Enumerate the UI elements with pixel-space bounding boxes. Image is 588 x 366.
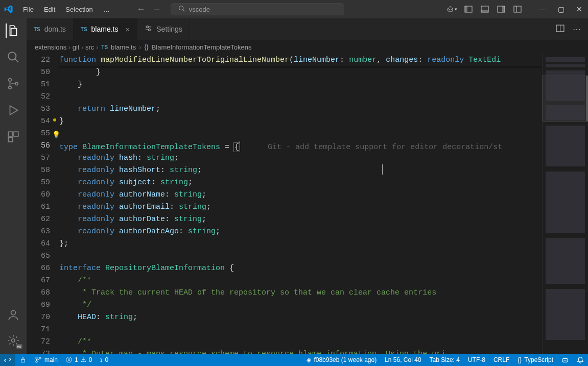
eol[interactable]: CRLF <box>489 354 513 366</box>
code-line[interactable]: readonly hash: string; <box>59 152 542 164</box>
line-number[interactable]: 72 <box>27 336 50 348</box>
line-number[interactable]: 62 <box>27 213 50 226</box>
line-number[interactable]: 73 <box>27 348 50 354</box>
code-line[interactable]: * Outer map - maps resource scheme to re… <box>59 348 542 354</box>
line-number[interactable]: 64 <box>27 238 50 250</box>
minimize-icon[interactable]: — <box>538 5 547 13</box>
line-number[interactable]: 22 <box>27 54 50 66</box>
vscode-logo-icon <box>4 5 13 14</box>
line-number[interactable]: 56 <box>27 140 50 152</box>
line-number[interactable]: 61 <box>27 201 50 213</box>
more-actions-icon[interactable]: ⋯ <box>573 25 581 34</box>
line-number[interactable]: 71 <box>27 324 50 336</box>
line-number[interactable]: 51 <box>27 79 50 91</box>
layout-customize-icon[interactable] <box>512 4 523 14</box>
breadcrumb-symbol[interactable]: BlameInformationTemplateTokens <box>152 43 252 51</box>
menu-more[interactable]: … <box>99 4 114 15</box>
run-debug-icon[interactable] <box>6 103 20 117</box>
code-line[interactable]: return lineNumber; <box>59 103 542 115</box>
layout-panel-icon[interactable] <box>480 4 490 14</box>
breadcrumb-part[interactable]: git <box>73 43 80 51</box>
code-line[interactable]: /** <box>59 275 542 287</box>
line-number[interactable]: 60 <box>27 189 50 201</box>
nav-back-icon[interactable]: ← <box>137 4 146 14</box>
code-line[interactable]: * Track the current HEAD of the reposito… <box>59 287 542 299</box>
code-line[interactable]: interface RepositoryBlameInformation { <box>59 262 542 275</box>
copilot-status-icon[interactable] <box>557 354 573 366</box>
line-number[interactable]: 55💡 <box>27 128 50 140</box>
remote-indicator-icon[interactable] <box>0 354 15 366</box>
settings-gear-icon[interactable] <box>6 333 20 348</box>
code-line[interactable]: HEAD: string; <box>59 311 542 324</box>
notifications-icon[interactable] <box>573 354 588 366</box>
code-line[interactable]: } <box>59 115 542 128</box>
close-icon[interactable]: ✕ <box>575 5 584 13</box>
tab-dom-ts[interactable]: TSdom.ts <box>27 18 74 40</box>
line-number[interactable]: 50 <box>27 66 50 79</box>
code-line[interactable]: readonly authorEmail: string; <box>59 201 542 213</box>
line-number[interactable]: 53 <box>27 103 50 115</box>
line-number[interactable]: 66 <box>27 262 50 275</box>
command-center-search[interactable]: vscode <box>171 3 344 15</box>
source-control-icon[interactable] <box>6 77 20 91</box>
line-number[interactable]: 70 <box>27 311 50 324</box>
layout-sidebar-left-icon[interactable] <box>463 4 474 14</box>
cursor-position[interactable]: Ln 56, Col 40 <box>381 354 425 366</box>
code-line[interactable] <box>59 250 542 262</box>
code-line[interactable]: readonly authorDateAgo: string; <box>59 226 542 238</box>
breadcrumbs[interactable]: extensions › git › src › TS blame.ts › {… <box>27 40 588 54</box>
code-line[interactable]: } <box>59 79 542 91</box>
problems-indicator[interactable]: ⓧ1 ⚠0 <box>62 354 96 366</box>
line-number[interactable]: 65 <box>27 250 50 262</box>
ports-indicator[interactable]: ⟟0 <box>96 354 112 366</box>
tab-blame-ts[interactable]: TSblame.ts× <box>74 18 137 40</box>
minimap[interactable] <box>542 54 588 354</box>
code-line[interactable]: readonly authorDate: string; <box>59 213 542 226</box>
line-number[interactable]: 57 <box>27 152 50 164</box>
code-line[interactable]: /** <box>59 336 542 348</box>
copilot-icon[interactable]: ▾ <box>447 4 457 14</box>
code-line[interactable]: */ <box>59 299 542 311</box>
branch-indicator[interactable]: main <box>31 354 62 366</box>
line-number[interactable]: 52 <box>27 91 50 103</box>
code-line[interactable] <box>59 91 542 103</box>
code-line[interactable]: }; <box>59 238 542 250</box>
line-number[interactable]: 67 <box>27 275 50 287</box>
code-line[interactable] <box>59 128 542 140</box>
breadcrumb-part[interactable]: extensions <box>35 43 66 51</box>
code-line[interactable]: readonly subject: string; <box>59 177 542 189</box>
breadcrumb-part[interactable]: src <box>85 43 94 51</box>
split-editor-icon[interactable] <box>556 24 565 35</box>
code-line[interactable]: } <box>59 66 542 79</box>
extensions-icon[interactable] <box>6 130 20 144</box>
layout-sidebar-right-icon[interactable] <box>496 4 506 14</box>
nav-forward-icon[interactable]: → <box>153 4 161 14</box>
code-line[interactable] <box>59 324 542 336</box>
encoding[interactable]: UTF-8 <box>464 354 489 366</box>
tab-Settings[interactable]: Settings <box>137 18 190 40</box>
code-line[interactable]: type BlameInformationTemplateTokens = { … <box>59 140 542 152</box>
code-editor[interactable]: 22505152535455💡5657585960616263646566676… <box>27 54 588 354</box>
maximize-icon[interactable]: ▢ <box>556 5 566 13</box>
git-blame-commit[interactable]: ◈ f08b93eb (1 week ago) <box>302 354 381 366</box>
tab-size[interactable]: Tab Size: 4 <box>426 354 464 366</box>
language-mode[interactable]: {} TypeScript <box>513 354 557 366</box>
close-tab-icon[interactable]: × <box>126 25 130 34</box>
line-number[interactable]: 59 <box>27 177 50 189</box>
line-number[interactable]: 68 <box>27 287 50 299</box>
line-number[interactable]: 54 <box>27 115 50 128</box>
menu-selection[interactable]: Selection <box>61 4 97 15</box>
search-sidebar-icon[interactable] <box>6 50 20 64</box>
accounts-icon[interactable] <box>6 308 20 322</box>
code-line[interactable]: readonly hashShort: string; <box>59 164 542 177</box>
line-number[interactable]: 63 <box>27 226 50 238</box>
line-number[interactable]: 58 <box>27 164 50 177</box>
code-line[interactable]: function mapModifiedLineNumberToOriginal… <box>59 54 542 66</box>
code-line[interactable]: readonly authorName: string; <box>59 189 542 201</box>
explorer-icon[interactable] <box>6 23 20 38</box>
line-number[interactable]: 69 <box>27 299 50 311</box>
breadcrumb-file[interactable]: blame.ts <box>111 43 136 51</box>
menu-edit[interactable]: Edit <box>39 4 60 15</box>
lock-icon[interactable] <box>15 354 31 366</box>
menu-file[interactable]: File <box>18 4 38 15</box>
